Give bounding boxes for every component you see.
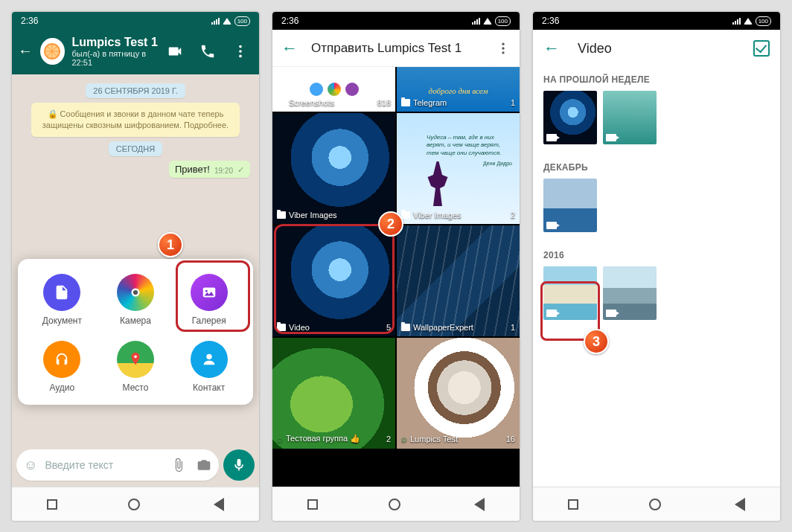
album-body: НА ПРОШЛОЙ НЕДЕЛЕ ДЕКАБРЬ 2016 3 (533, 67, 780, 487)
input-row: ☺ Введите текст (12, 445, 259, 487)
folder-icon (401, 211, 410, 219)
svg-point-13 (134, 356, 137, 359)
step-badge-2: 2 (378, 211, 403, 237)
attach-icon[interactable] (171, 458, 186, 472)
orange-slice-icon (43, 42, 61, 60)
date-pill: 26 СЕНТЯБРЯ 2019 Г. (86, 83, 185, 98)
camera-icon (127, 284, 144, 301)
phone-call-icon[interactable] (199, 43, 216, 60)
video-thumb[interactable] (543, 91, 597, 144)
folder-viber-2[interactable]: Чудеса – там, где в них верят, и чем чащ… (397, 113, 520, 224)
svg-point-16 (502, 47, 504, 49)
back-icon[interactable]: ← (18, 42, 33, 60)
folder-lumpics-test[interactable]: ⌕Lumpics Test16 (397, 338, 520, 449)
back-icon[interactable]: ← (543, 39, 560, 58)
status-time: 2:36 (21, 16, 38, 26)
chat-body: 26 СЕНТЯБРЯ 2019 Г. 🔒 Сообщения и звонки… (12, 74, 259, 445)
video-call-icon[interactable] (167, 43, 183, 60)
chat-header: ← Lumpics Test 1 был(-а) в пятницу в 22:… (12, 30, 259, 74)
battery-icon: 100 (495, 16, 511, 26)
nav-back[interactable] (735, 498, 745, 511)
telegram-caption: доброго дня всем (397, 86, 520, 95)
attach-camera[interactable]: Камера (99, 274, 173, 326)
phone-video-album: 2:36 100 ← Video НА ПРОШЛОЙ НЕДЕЛЕ ДЕКАБ… (533, 12, 780, 521)
battery-icon: 100 (756, 16, 771, 26)
nav-recent[interactable] (307, 499, 318, 510)
video-icon (606, 134, 616, 141)
whatsapp-icon: ⌕ (401, 433, 407, 444)
video-thumb[interactable] (603, 91, 657, 144)
attach-contact[interactable]: Контакт (172, 341, 246, 393)
nav-recent[interactable] (47, 499, 57, 510)
today-pill: СЕГОДНЯ (109, 141, 162, 156)
folder-telegram[interactable]: доброго дня всем Telegram1 (397, 67, 520, 112)
section-2016: 2016 (533, 243, 780, 263)
phone-gallery-picker: 2:36 100 ← Отправить Lumpics Test 1 Scre… (272, 12, 520, 521)
folder-viber-1[interactable]: Viber Images4 (272, 113, 395, 224)
folder-icon (401, 324, 410, 331)
folder-icon (277, 99, 286, 106)
video-thumb[interactable] (603, 266, 657, 320)
message-time: 19:20 (214, 167, 233, 175)
video-icon (546, 134, 557, 141)
chat-title-block[interactable]: Lumpics Test 1 был(-а) в пятницу в 22:51 (72, 36, 160, 67)
status-bar: 2:36 100 (12, 12, 259, 30)
message-outgoing[interactable]: Привет! 19:20 ✓ (169, 161, 250, 178)
android-navbar (272, 487, 520, 521)
attach-audio[interactable]: Аудио (25, 341, 99, 393)
section-last-week: НА ПРОШЛОЙ НЕДЕЛЕ (533, 67, 780, 88)
attach-sheet: Документ Камера Галерея Аудио (18, 259, 253, 405)
location-icon (127, 351, 144, 368)
folder-test-group[interactable]: ⌕Тестовая группа 👍2 (272, 338, 395, 449)
video-icon (606, 310, 616, 317)
folder-screenshots[interactable]: Screenshots818 (272, 67, 395, 112)
highlight-video-folder (274, 224, 395, 334)
headphones-icon (54, 351, 70, 368)
picker-title: Отправить Lumpics Test 1 (311, 41, 482, 56)
avatar[interactable] (40, 38, 65, 65)
message-text: Привет! (175, 164, 210, 175)
emoji-icon[interactable]: ☺ (24, 458, 37, 473)
gallery-grid: Screenshots818 доброго дня всем Telegram… (272, 67, 520, 487)
svg-point-10 (133, 290, 138, 295)
svg-point-8 (239, 54, 242, 57)
back-icon[interactable]: ← (281, 39, 298, 58)
video-thumb[interactable] (543, 179, 597, 232)
svg-point-14 (206, 354, 211, 359)
highlight-gallery (176, 260, 250, 332)
folder-icon (401, 99, 410, 106)
nav-home[interactable] (649, 499, 661, 510)
input-placeholder: Введите текст (45, 459, 113, 471)
last-seen: был(-а) в пятницу в 22:51 (72, 49, 160, 67)
android-navbar (12, 487, 259, 521)
chat-name: Lumpics Test 1 (72, 36, 160, 49)
nav-back[interactable] (474, 498, 485, 511)
battery-icon: 100 (234, 16, 250, 26)
wifi-icon (744, 18, 753, 25)
select-all-icon[interactable] (753, 40, 770, 57)
svg-point-6 (239, 45, 242, 48)
encryption-notice[interactable]: 🔒 Сообщения и звонки в данном чате тепер… (31, 103, 240, 138)
mic-button[interactable] (223, 449, 255, 481)
svg-point-17 (502, 51, 504, 54)
message-input[interactable]: ☺ Введите текст (16, 449, 219, 481)
nav-back[interactable] (214, 498, 224, 511)
menu-icon[interactable] (232, 43, 249, 60)
step-badge-1: 1 (158, 232, 183, 257)
attach-location[interactable]: Место (99, 341, 173, 393)
attach-document[interactable]: Документ (25, 274, 99, 326)
signal-icon (472, 17, 480, 25)
wifi-icon (483, 18, 492, 25)
folder-icon (277, 211, 286, 219)
step-badge-3: 3 (584, 329, 609, 354)
wifi-icon (223, 18, 231, 25)
camera-small-icon[interactable] (197, 458, 211, 472)
signal-icon (732, 17, 741, 25)
menu-icon[interactable] (496, 41, 511, 56)
folder-wallpaper[interactable]: WallpaperExpert1 (397, 225, 520, 336)
nav-recent[interactable] (568, 499, 578, 510)
nav-home[interactable] (389, 499, 400, 510)
video-header: ← Video (533, 30, 780, 67)
nav-home[interactable] (128, 499, 140, 510)
status-bar: 2:36 100 (272, 12, 520, 30)
